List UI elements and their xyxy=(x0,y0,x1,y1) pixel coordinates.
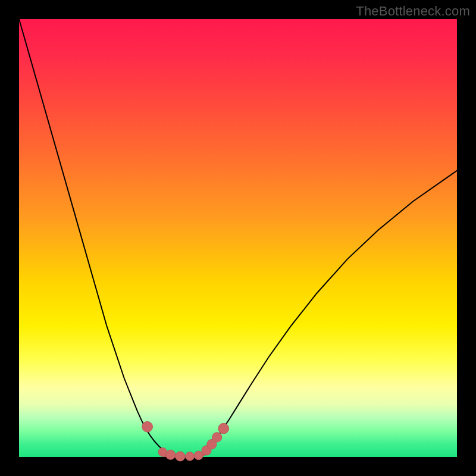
data-marker xyxy=(142,421,153,432)
data-marker xyxy=(212,433,222,442)
watermark-text: TheBottleneck.com xyxy=(356,4,470,19)
curve-group xyxy=(19,19,457,456)
data-marker xyxy=(218,423,229,434)
data-marker xyxy=(176,452,185,461)
chart-frame: TheBottleneck.com xyxy=(0,0,476,476)
data-marker xyxy=(166,450,176,459)
data-marker xyxy=(194,451,203,460)
data-marker xyxy=(186,452,195,461)
chart-svg xyxy=(19,19,457,457)
bottleneck-curve xyxy=(19,19,457,456)
